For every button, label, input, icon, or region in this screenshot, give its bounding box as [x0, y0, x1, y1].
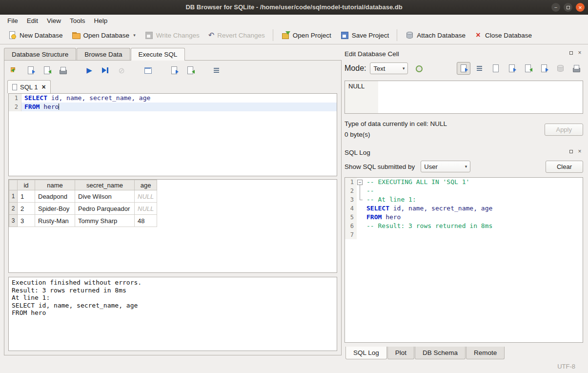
open-sql-file-button[interactable] [8, 64, 21, 77]
new-database-icon [8, 31, 17, 40]
import-sql-button[interactable] [168, 64, 181, 77]
table-cell[interactable]: Deadpond [35, 190, 75, 203]
menu-edit[interactable]: Edit [22, 16, 42, 25]
execute-all-button[interactable]: ▶ [83, 64, 96, 77]
code-line[interactable]: 2FROM hero [9, 103, 337, 111]
dock-tab-plot[interactable]: Plot [387, 347, 414, 359]
tab-database-structure[interactable]: Database Structure [4, 48, 76, 61]
sql-log-title: SQL Log [345, 149, 370, 156]
auto-switch-mode-icon [414, 64, 423, 73]
save-sql-as-button[interactable] [41, 64, 53, 77]
dock-tab-db-schema[interactable]: DB Schema [415, 347, 466, 359]
float-panel-icon[interactable] [568, 49, 574, 56]
table-cell[interactable]: Rusty-Man [35, 215, 75, 227]
line-number: 2 [9, 103, 21, 111]
column-header-secret_name[interactable]: secret_name [75, 180, 135, 190]
cell-editor[interactable]: NULL [345, 81, 583, 114]
new-sql-tab-button[interactable] [142, 64, 154, 77]
table-cell[interactable]: 1 [18, 190, 35, 203]
table-cell[interactable]: NULL [135, 203, 157, 215]
sql-log-view[interactable]: 1-- EXECUTING ALL IN 'SQL 1'2--3-- At li… [345, 177, 583, 343]
chevron-down-icon[interactable]: ▾ [133, 33, 136, 38]
close-panel-icon[interactable]: × [576, 49, 583, 56]
open-project-button[interactable]: Open Project [277, 29, 335, 41]
maximize-button[interactable] [564, 3, 572, 12]
save-project-button[interactable]: Save Project [336, 29, 393, 41]
row-number[interactable]: 1 [9, 190, 18, 203]
table-cell[interactable]: Dive Wilson [75, 190, 135, 203]
submitter-select[interactable]: User ▾ [421, 161, 470, 172]
code-line[interactable]: 4SELECT id, name, secret_name, age [345, 204, 583, 213]
table-cell[interactable]: Pedro Parqueador [75, 203, 135, 215]
column-header-age[interactable]: age [135, 180, 157, 190]
close-button[interactable]: × [576, 3, 585, 12]
sql-tab[interactable]: SQL 1 × [7, 80, 51, 93]
minimize-button[interactable]: − [551, 3, 560, 12]
table-cell[interactable]: 48 [135, 215, 157, 227]
mode-select[interactable]: Text ▾ [370, 62, 408, 74]
paste-cell-button[interactable] [505, 62, 519, 75]
tab-execute-sql[interactable]: Execute SQL [131, 48, 185, 61]
toolbar-separator [397, 29, 397, 41]
float-panel-icon[interactable] [568, 148, 574, 155]
clear-log-button[interactable]: Clear [546, 161, 583, 173]
menu-tools[interactable]: Tools [65, 16, 90, 25]
table-row: 33Rusty-ManTommy Sharp48 [9, 215, 157, 227]
code-line[interactable]: 2-- [345, 186, 583, 195]
line-number: 3 [345, 195, 357, 204]
maximize-icon [567, 6, 570, 9]
table-cell[interactable]: NULL [135, 190, 157, 203]
close-database-icon: × [474, 31, 482, 40]
menu-view[interactable]: View [42, 16, 65, 25]
close-panel-icon[interactable]: × [576, 148, 583, 155]
close-database-button[interactable]: × Close Database [470, 29, 536, 41]
new-tab-icon [143, 66, 152, 75]
titlebar[interactable]: DB Browser for SQLite - /home/user/code/… [0, 0, 588, 15]
encoding-indicator[interactable]: UTF-8 [557, 363, 575, 370]
mode-value: Text [373, 65, 385, 72]
menu-help[interactable]: Help [90, 16, 112, 25]
code-line[interactable]: 7 [345, 230, 583, 239]
menu-file[interactable]: File [3, 16, 22, 25]
tab-browse-data[interactable]: Browse Data [77, 48, 130, 61]
copy-cell-button[interactable] [489, 62, 503, 75]
column-header-id[interactable]: id [18, 180, 35, 190]
word-wrap-button[interactable] [473, 62, 487, 75]
open-database-button[interactable]: Open Database ▾ [68, 29, 140, 41]
export-cell-button[interactable] [537, 62, 551, 75]
auto-switch-mode-button[interactable] [412, 62, 426, 75]
table-cell[interactable]: Tommy Sharp [75, 215, 135, 227]
sql-editor[interactable]: 1SELECT id, name, secret_name, age2FROM … [8, 93, 337, 176]
table-cell[interactable]: 2 [18, 203, 35, 215]
format-sql-button[interactable] [210, 64, 223, 77]
row-number[interactable]: 2 [9, 203, 18, 215]
attach-database-button[interactable]: Attach Database [401, 29, 469, 41]
import-cell-button[interactable] [521, 62, 535, 75]
dock-tab-remote[interactable]: Remote [466, 347, 505, 359]
new-database-button[interactable]: New Database [4, 29, 67, 41]
dock-tab-sql-log[interactable]: SQL Log [345, 347, 387, 359]
right-panel: Edit Database Cell × Mode: Text ▾ [345, 44, 588, 359]
code-line[interactable]: 5FROM hero [345, 213, 583, 222]
print-sql-button[interactable] [57, 64, 69, 77]
text-view-button[interactable] [457, 62, 470, 75]
print-cell-button[interactable] [569, 62, 583, 75]
dock-tab-sql-log-label: SQL Log [353, 349, 379, 356]
sql-tab-label: SQL 1 [20, 83, 38, 91]
line-number: 7 [345, 230, 357, 239]
code-line[interactable]: 6-- Result: 3 rows returned in 8ms [345, 222, 583, 230]
column-header-name[interactable]: name [35, 180, 75, 190]
fold-collapse-icon[interactable] [357, 178, 364, 186]
table-cell[interactable]: 3 [18, 215, 35, 227]
execute-current-line-button[interactable] [99, 64, 112, 77]
code-line[interactable]: 3-- At line 1: [345, 195, 583, 204]
close-tab-icon[interactable]: × [41, 83, 45, 91]
save-sql-file-button[interactable] [24, 64, 37, 77]
save-sql-as-icon [42, 66, 51, 75]
table-cell[interactable]: Spider-Boy [35, 203, 75, 215]
code-line[interactable]: 1-- EXECUTING ALL IN 'SQL 1' [345, 178, 583, 186]
export-sql-button[interactable] [184, 64, 197, 77]
write-changes-button: Write Changes [141, 29, 203, 41]
code-line[interactable]: 1SELECT id, name, secret_name, age [9, 94, 337, 103]
row-number[interactable]: 3 [9, 215, 18, 227]
